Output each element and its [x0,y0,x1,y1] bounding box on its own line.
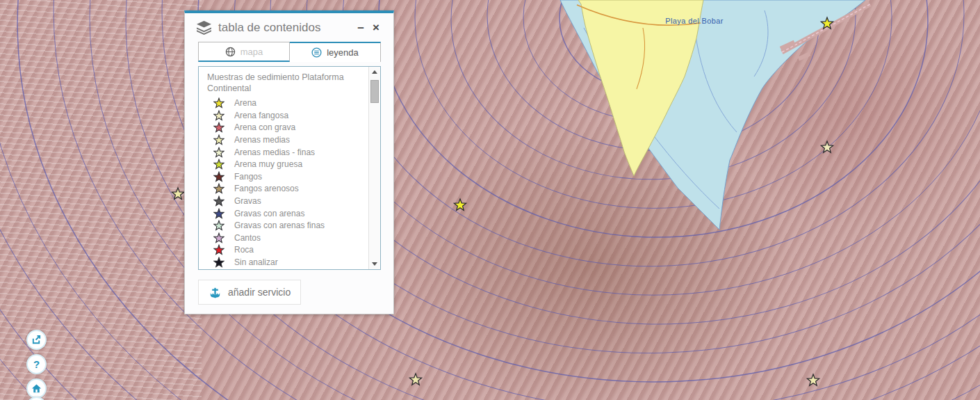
legend-item-label: Cantos [234,233,261,243]
legend-item: Arena muy gruesa [207,158,366,170]
map-layers [0,0,980,400]
legend-star-icon [213,257,224,268]
legend-item-label: Sin analizar [234,257,278,267]
legend-item-label: Arenas medias - finas [234,147,315,157]
map-canvas[interactable]: Playa del Bobar [0,0,980,400]
legend-item: Gravas con arenas [207,207,366,220]
legend-star-icon [213,97,224,109]
legend-item-label: Fangos arenosos [234,184,299,193]
legend-item: Arena con grava [207,122,366,134]
add-service-button[interactable]: añadir servicio [198,280,301,305]
legend-star-icon [213,232,224,243]
legend-item-label: Roca [234,245,254,255]
legend-star-icon [213,195,224,207]
legend-content: Muestras de sedimiento Plataforma Contin… [199,67,369,269]
open-external-icon [31,335,42,345]
legend-item-label: Gravas con arenas finas [234,221,325,230]
legend-item-label: Gravas con arenas [234,209,304,218]
globe-icon [225,47,236,57]
legend-group-title: Muestras de sedimiento Plataforma Contin… [207,72,364,95]
legend-star-icon [213,159,224,170]
legend-star-icon [213,171,224,182]
open-external-button[interactable] [26,330,47,350]
panel-header: tabla de contenidos – × [185,13,393,39]
map-sample-marker[interactable] [807,374,819,385]
tab-mapa[interactable]: mapa [198,42,290,62]
add-service-icon [209,286,222,299]
legend-item: Cantos [207,232,366,244]
legend-item-label: Arena con grava [234,122,295,132]
home-icon [31,383,42,394]
legend-item-label: Arena fangosa [234,111,288,120]
legend-item: Roca [207,244,366,257]
legend-item: Fangos [207,170,366,183]
legend-star-icon [213,220,224,231]
scroll-up-button[interactable] [369,67,380,77]
legend-box: Muestras de sedimiento Plataforma Contin… [198,66,381,270]
legend-star-icon [213,122,224,133]
legend-item: Arenas medias [207,134,366,146]
tab-mapa-label: mapa [240,47,263,57]
legend-star-icon [213,208,224,219]
legend-item: Arenas medias - finas [207,146,366,159]
legend-items: ArenaArena fangosaArena con gravaArenas … [207,97,366,269]
scroll-thumb[interactable] [370,80,379,103]
panel-tabs: mapa leyenda [198,42,381,62]
minimize-button[interactable]: – [353,22,368,33]
legend-item-label: Fangos [234,172,262,182]
help-icon: ? [33,358,40,370]
table-of-contents-panel: tabla de contenidos – × mapa [184,10,394,314]
legend-list-icon [311,47,322,58]
layers-icon [196,20,212,35]
help-button[interactable]: ? [26,354,47,374]
legend-star-icon [213,110,224,121]
panel-title: tabla de contenidos [218,21,353,35]
close-button[interactable]: × [368,22,384,33]
legend-item-label: Arena muy gruesa [234,159,302,169]
legend-item: Sin analizar [207,256,366,269]
map-sample-marker[interactable] [821,141,833,152]
map-sample-marker[interactable] [454,199,466,210]
legend-star-icon [213,134,224,145]
legend-item: Fangos arenosos [207,183,366,195]
add-service-label: añadir servicio [228,287,291,298]
map-sample-marker[interactable] [409,374,421,385]
home-button[interactable] [26,378,47,399]
legend-item-label: Arena [234,98,256,108]
bathymetric-contours [0,0,980,400]
legend-item: Arena [207,97,366,110]
legend-star-icon [213,147,224,158]
legend-scrollbar[interactable] [368,67,380,269]
tab-leyenda-label: leyenda [327,47,359,58]
legend-item-label: Gravas [234,196,261,206]
legend-item: Arena fangosa [207,109,366,122]
tab-leyenda[interactable]: leyenda [290,42,381,62]
legend-item-label: Arenas medias [234,135,290,145]
place-label: Playa del Bobar [649,17,740,25]
scroll-down-button[interactable] [369,259,380,269]
legend-item: Gravas [207,195,366,207]
legend-star-icon [213,183,224,194]
legend-item: Gravas con arenas finas [207,219,366,232]
legend-star-icon [213,244,224,255]
